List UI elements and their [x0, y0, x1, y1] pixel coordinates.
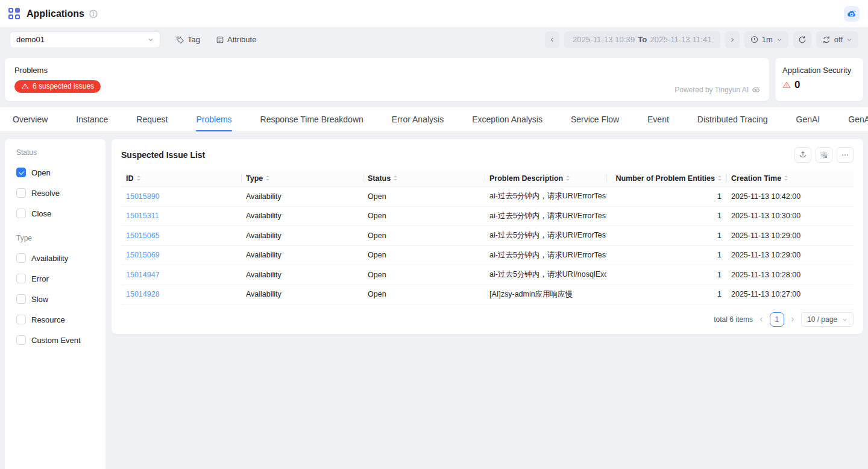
ellipsis-icon [841, 151, 849, 159]
type-checkbox-row[interactable]: Custom Event [16, 335, 94, 345]
suspected-issue-list-card: Suspected Issue List ID [112, 139, 863, 334]
export-icon [799, 151, 807, 159]
tab[interactable]: Service Flow [571, 107, 619, 131]
type-checkbox-row[interactable]: Availability [16, 253, 94, 263]
tab[interactable]: GenAI Spans [848, 107, 868, 131]
refresh-icon [798, 36, 807, 44]
issue-id-link[interactable]: 15015065 [126, 231, 160, 240]
issue-id-link[interactable]: 15015890 [126, 192, 160, 201]
problems-card-title: Problems [14, 66, 760, 75]
pagination-page-1[interactable]: 1 [770, 312, 784, 327]
issue-id-link[interactable]: 15014928 [126, 290, 160, 298]
column-header[interactable]: Problem Description [485, 170, 606, 186]
auto-refresh-dropdown[interactable]: off [816, 31, 858, 48]
table-settings-button[interactable] [816, 147, 832, 163]
checkbox[interactable] [16, 253, 26, 263]
issue-status-cell: Open [363, 285, 485, 304]
pagination-total: total 6 items [714, 315, 753, 324]
tag-icon [176, 36, 184, 44]
sort-icon[interactable] [394, 175, 397, 181]
sort-icon[interactable] [718, 175, 722, 181]
tab[interactable]: Event [647, 107, 669, 131]
time-range-to-label: To [638, 35, 647, 44]
suspected-issues-badge[interactable]: 6 suspected issues [14, 80, 101, 93]
column-header[interactable]: Status [363, 170, 485, 186]
page-size-select[interactable]: 10 / page [801, 312, 854, 327]
tab[interactable]: GenAI [796, 107, 820, 131]
chevron-left-icon [758, 316, 764, 323]
status-checkbox-row[interactable]: Open [16, 168, 94, 177]
powered-by-label: Powered by Tingyun AI [675, 85, 761, 94]
time-prev-button[interactable] [545, 31, 559, 48]
tab-label: Overview [13, 115, 48, 124]
column-header[interactable]: Creation Time [726, 170, 854, 186]
attribute-label: Attribute [227, 35, 256, 44]
time-next-button[interactable] [725, 31, 740, 48]
checkbox-label: Open [31, 168, 51, 177]
issue-entities-cell: 1 [606, 226, 726, 245]
issue-description-cell: [AI]zsy-admin应用响应慢 [485, 285, 606, 304]
info-icon[interactable] [89, 10, 98, 18]
issue-creation-time-cell: 2025-11-13 10:28:00 [726, 265, 854, 285]
tab-label: Distributed Tracing [697, 115, 768, 124]
pagination: total 6 items 1 10 / page [714, 312, 854, 327]
checkbox[interactable] [16, 315, 26, 324]
column-header[interactable]: Type [241, 170, 363, 186]
sort-icon[interactable] [566, 175, 570, 181]
granularity-dropdown[interactable]: 1m [744, 31, 788, 48]
ai-assistant-button[interactable] [844, 6, 860, 22]
checkbox[interactable] [16, 209, 26, 218]
type-checkbox-row[interactable]: Error [16, 274, 94, 283]
type-checkbox-row[interactable]: Resource [16, 315, 94, 324]
pagination-next-button[interactable] [790, 316, 796, 323]
more-actions-button[interactable] [837, 147, 854, 163]
tab[interactable]: Error Analysis [392, 107, 444, 131]
tab[interactable]: Exception Analysis [472, 107, 542, 131]
type-checkbox-row[interactable]: Slow [16, 294, 94, 304]
tag-filter-button[interactable]: Tag [176, 35, 200, 44]
checkbox-label: Availability [31, 254, 68, 263]
attribute-filter-button[interactable]: Attribute [216, 35, 256, 44]
column-header[interactable]: Number of Problem Entities [606, 170, 726, 186]
application-selector[interactable]: demo01 [10, 31, 160, 48]
status-checkbox-row[interactable]: Resolve [16, 188, 94, 198]
issue-creation-time-cell: 2025-11-13 10:42:00 [726, 187, 854, 206]
tab[interactable]: Instance [76, 107, 108, 131]
tab[interactable]: Overview [13, 107, 48, 131]
security-count: 0 [794, 79, 800, 91]
tabs-bar: Overview Instance Request Problems Respo… [0, 107, 868, 131]
issue-creation-time-cell: 2025-11-13 10:27:00 [726, 285, 854, 304]
tab[interactable]: Problems [196, 107, 231, 131]
sort-icon[interactable] [137, 175, 140, 181]
column-header[interactable]: ID [121, 170, 241, 186]
auto-refresh-icon [822, 36, 831, 44]
checkbox[interactable] [16, 294, 26, 304]
pagination-prev-button[interactable] [758, 316, 764, 323]
chevron-right-icon [729, 37, 735, 43]
issue-id-link[interactable]: 15015069 [126, 251, 160, 259]
checkbox-label: Resource [31, 315, 65, 324]
status-checkbox-row[interactable]: Close [16, 209, 94, 218]
chevron-down-icon [776, 37, 782, 43]
page-size-value: 10 / page [807, 315, 837, 324]
tab[interactable]: Response Time Breakdown [260, 107, 363, 131]
checkbox[interactable] [16, 335, 26, 345]
attribute-icon [216, 36, 224, 44]
export-button[interactable] [794, 147, 811, 163]
tab[interactable]: Distributed Tracing [697, 107, 768, 131]
issue-id-link[interactable]: 15014947 [126, 271, 160, 279]
app-header: Applications [0, 0, 868, 27]
time-range-display[interactable]: 2025-11-13 10:39 To 2025-11-13 11:41 [564, 31, 720, 48]
tab[interactable]: Request [136, 107, 168, 131]
issue-entities-cell: 1 [606, 187, 726, 206]
checkbox[interactable] [16, 274, 26, 283]
sort-icon[interactable] [266, 175, 269, 181]
checkbox[interactable] [16, 188, 26, 198]
chevron-down-icon [148, 37, 154, 43]
checkbox[interactable] [16, 168, 26, 177]
issue-id-link[interactable]: 15015311 [126, 212, 159, 220]
checkbox-label: Custom Event [31, 336, 81, 345]
issue-type-cell: Availability [241, 187, 363, 206]
refresh-button[interactable] [793, 31, 811, 48]
sort-icon[interactable] [784, 175, 788, 181]
